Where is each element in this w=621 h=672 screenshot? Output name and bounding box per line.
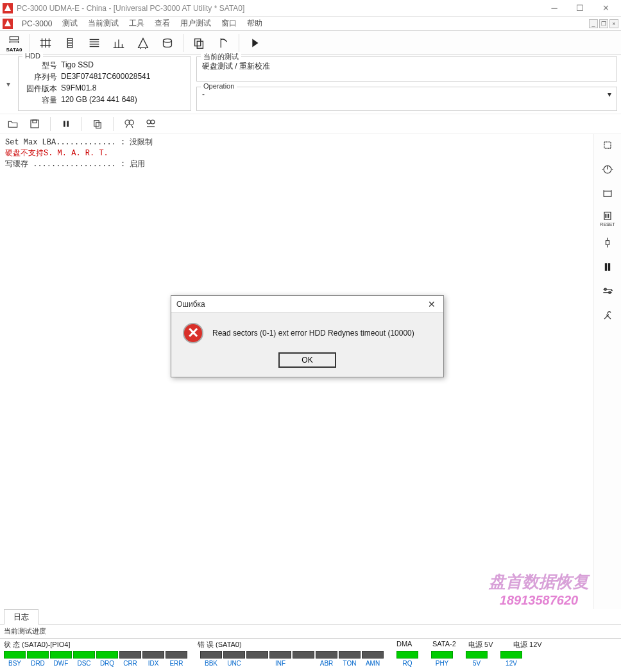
status-5v-label: 电源 5V: [468, 640, 513, 650]
fw-value: S9FM01.8: [61, 83, 96, 94]
save-button[interactable]: [26, 116, 44, 132]
led-TON: [339, 651, 361, 659]
svg-rect-56: [608, 263, 610, 271]
led-ERR: [166, 651, 187, 659]
led-IDX: [142, 651, 164, 659]
pause-side-icon[interactable]: [598, 259, 617, 275]
chip-icon[interactable]: [598, 137, 617, 153]
menu-user-test[interactable]: 用户测试: [175, 18, 216, 29]
led-label-5V: 5V: [466, 660, 488, 667]
find-next-button[interactable]: [142, 116, 160, 132]
play-button[interactable]: [243, 33, 266, 53]
led-label-BBK: BBK: [200, 660, 222, 667]
error-icon: ✕: [183, 323, 203, 343]
operation-dropdown-icon[interactable]: ▾: [608, 90, 611, 99]
svg-marker-21: [139, 38, 148, 47]
menu-view[interactable]: 查看: [149, 18, 175, 29]
hdd-expand-toggle[interactable]: ▾: [4, 56, 13, 111]
log-line-2: 硬盘不支持S. M. A. R. T.: [5, 148, 588, 159]
svg-rect-33: [94, 121, 99, 126]
open-file-button[interactable]: [4, 116, 22, 132]
led-label-TON: TON: [339, 660, 361, 667]
led-label-blank: [246, 660, 268, 667]
dma-leds-group: RQ: [396, 651, 418, 667]
fw-label: 固件版本: [24, 83, 57, 94]
tool-8-button[interactable]: [212, 33, 235, 53]
reset-icon[interactable]: RESET: [598, 210, 617, 227]
capacity-label: 容量: [24, 95, 57, 106]
menu-current-test[interactable]: 当前测试: [83, 18, 124, 29]
state-leds-group: BSYDRDDWFDSCDRQCRRIDXERR: [4, 651, 187, 667]
tab-log[interactable]: 日志: [4, 609, 38, 625]
menu-help[interactable]: 帮助: [242, 18, 268, 29]
led-label-UNC: UNC: [223, 660, 245, 667]
led-UNC: [223, 651, 245, 659]
tool-3-button[interactable]: [83, 33, 106, 53]
close-button[interactable]: ✕: [593, 1, 618, 16]
led-label-INF: INF: [269, 660, 291, 667]
sub-toolbar: [0, 114, 621, 134]
led-label-DWF: DWF: [50, 660, 72, 667]
status-12v-label: 电源 12V: [513, 640, 558, 650]
status-bar: 状 态 (SATA0)-[PIO4] 错 误 (SATA0) DMA SATA-…: [0, 639, 621, 669]
copy-button[interactable]: [187, 33, 210, 53]
tools-side-icon[interactable]: [598, 307, 617, 324]
led-label-blank: [293, 660, 314, 667]
status-dma-label: DMA: [396, 640, 432, 650]
mdi-minimize[interactable]: _: [589, 19, 598, 28]
settings-side-icon[interactable]: [598, 283, 617, 300]
dialog-close-button[interactable]: ✕: [425, 299, 438, 309]
resistor-icon[interactable]: [598, 234, 617, 251]
dialog-titlebar[interactable]: Ошибка ✕: [171, 296, 443, 313]
operation-legend: Operation: [201, 82, 237, 90]
led-label-RQ: RQ: [396, 660, 418, 667]
child-app-icon: [3, 19, 13, 29]
led-CRR: [119, 651, 141, 659]
mdi-close[interactable]: ×: [609, 19, 618, 28]
pause-button[interactable]: [57, 116, 75, 132]
led-blank: [246, 651, 268, 659]
window-titlebar: PC-3000 UDMA-E - China - [Universal PC-3…: [0, 0, 621, 17]
find-button[interactable]: [120, 116, 138, 132]
error-dialog: Ошибка ✕ ✕ Read sectors (0-1) ext error …: [171, 295, 444, 377]
maximize-button[interactable]: ☐: [567, 1, 593, 16]
led-5V: [466, 651, 488, 659]
tool-2-button[interactable]: [58, 33, 81, 53]
error-leds-group: BBKUNCINFABRTONAMN: [200, 651, 384, 667]
menu-tools[interactable]: 工具: [124, 18, 149, 29]
model-value: Tigo SSD: [61, 60, 94, 71]
led-BBK: [200, 651, 222, 659]
led-12V: [500, 651, 522, 659]
menu-app[interactable]: PC-3000: [17, 19, 57, 28]
menu-test[interactable]: 测试: [57, 18, 83, 29]
current-test-legend: 当前的测试: [201, 52, 241, 62]
copy-log-button[interactable]: [89, 116, 106, 132]
serial-value: DE3F074817C600028541: [61, 72, 150, 83]
power-icon[interactable]: [598, 161, 617, 178]
menu-window[interactable]: 窗口: [216, 18, 242, 29]
dialog-title: Ошибка: [176, 300, 425, 309]
hdd-panel: HDD 型号Tigo SSD 序列号DE3F074817C600028541 固…: [18, 56, 191, 111]
dialog-ok-button[interactable]: OK: [278, 352, 336, 368]
svg-line-37: [126, 125, 128, 128]
progress-row: 当前测试进度: [0, 625, 621, 639]
tool-4-button[interactable]: [107, 33, 130, 53]
status-sata2-label: SATA-2: [432, 640, 468, 650]
svg-rect-0: [10, 37, 18, 40]
menu-bar: PC-3000 测试 当前测试 工具 查看 用户测试 窗口 帮助 _ ❐ ×: [0, 17, 621, 31]
minimize-button[interactable]: ─: [541, 1, 567, 16]
sata2-leds-group: PHY: [431, 651, 453, 667]
current-test-line: 硬盘测试 / 重新校准: [202, 61, 611, 72]
led-label-DSC: DSC: [73, 660, 95, 667]
led-label-DRD: DRD: [27, 660, 49, 667]
board-icon[interactable]: [598, 185, 617, 202]
tool-1-button[interactable]: [34, 33, 57, 53]
tool-6-button[interactable]: [156, 33, 179, 53]
port-sata0-button[interactable]: SATA0: [3, 33, 26, 53]
svg-rect-53: [606, 241, 609, 245]
sata-label: SATA0: [6, 47, 22, 53]
led-DSC: [73, 651, 95, 659]
svg-point-39: [147, 120, 151, 124]
tool-5-button[interactable]: [132, 33, 155, 53]
mdi-restore[interactable]: ❐: [599, 19, 608, 28]
